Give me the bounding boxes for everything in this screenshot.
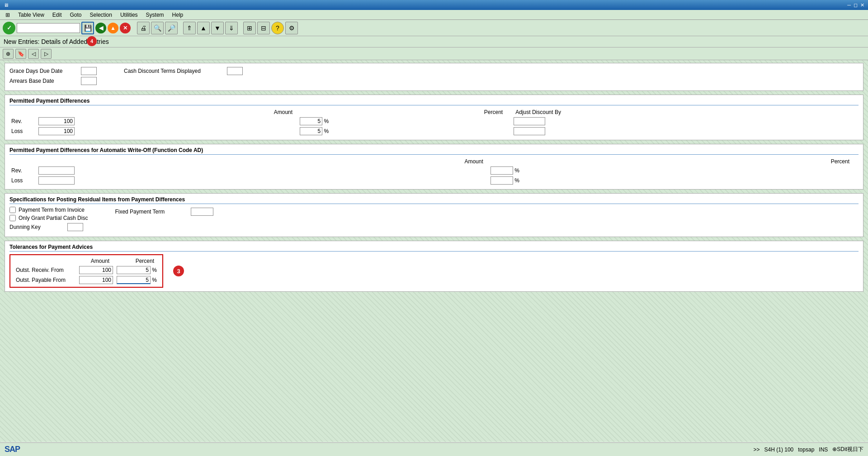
page-down-button[interactable]: ▼ bbox=[211, 22, 224, 34]
fixed-payment-row: Fixed Payment Term bbox=[115, 208, 213, 216]
outst-pay-row: Outst. Payable From % bbox=[14, 275, 159, 285]
sec-btn-1[interactable]: ⊕ bbox=[3, 49, 14, 59]
top-fields-section: Grace Days Due Date Arrears Base Date Ca… bbox=[5, 63, 863, 91]
restore-btn[interactable]: ◻ bbox=[854, 2, 858, 8]
menu-edit[interactable]: Edit bbox=[49, 11, 66, 19]
dunning-key-label: Dunning Key bbox=[9, 224, 64, 230]
outst-pay-amount-input[interactable] bbox=[79, 276, 113, 284]
payment-term-row: Payment Term from Invoice bbox=[9, 207, 88, 213]
select-button[interactable]: ⊟ bbox=[257, 22, 270, 34]
status-bar: SAP >> S4H (1) 100 topsap INS ⊕SDit视日下 bbox=[0, 442, 868, 456]
outst-recv-label: Outst. Receiv. From bbox=[14, 265, 77, 275]
find-button[interactable]: 🔍 bbox=[151, 22, 164, 34]
menu-tableview[interactable]: Table View bbox=[14, 11, 48, 19]
minimize-btn[interactable]: ─ bbox=[847, 2, 851, 8]
cash-discount-label: Cash Discount Terms Displayed bbox=[124, 68, 223, 74]
help-button[interactable]: ? bbox=[271, 22, 284, 34]
auto-loss-pct-symbol: % bbox=[513, 177, 519, 184]
page-up-button[interactable]: ▲ bbox=[197, 22, 210, 34]
system-info: S4H (1) 100 bbox=[764, 446, 794, 453]
posting-residual-section: Specifications for Posting Residual Item… bbox=[5, 193, 863, 237]
last-button[interactable]: ⇓ bbox=[225, 22, 238, 34]
auto-amount-header: Amount bbox=[37, 157, 489, 166]
sec-btn-4[interactable]: ▷ bbox=[41, 49, 52, 59]
status-bar-right: >> S4H (1) 100 topsap INS ⊕SDit视日下 bbox=[754, 446, 863, 453]
menu-utilities[interactable]: Utilities bbox=[117, 11, 142, 19]
auto-writeoff-section: Permitted Payment Differences for Automa… bbox=[5, 144, 863, 190]
menu-selection[interactable]: Selection bbox=[86, 11, 116, 19]
settings-button[interactable]: ⚙ bbox=[285, 22, 298, 34]
menu-icon[interactable]: ⊞ bbox=[2, 11, 14, 19]
grace-days-row: Grace Days Due Date bbox=[9, 67, 97, 75]
print-button[interactable]: 🖨 bbox=[137, 22, 150, 34]
confirm-button[interactable]: ✓ bbox=[3, 22, 15, 34]
title-bar-controls[interactable]: ─ ◻ ✕ bbox=[847, 2, 864, 8]
permitted-payment-diff-section: Permitted Payment Differences Amount Per… bbox=[5, 95, 863, 140]
up-button[interactable]: ▲ bbox=[108, 23, 118, 33]
loss-percent-input[interactable] bbox=[300, 127, 322, 135]
fixed-payment-input[interactable] bbox=[191, 208, 213, 216]
loss-amount-input[interactable] bbox=[38, 127, 75, 135]
loss-row: Loss % bbox=[9, 126, 859, 136]
cash-discount-input[interactable] bbox=[227, 67, 243, 75]
badge-4: 4 bbox=[87, 36, 97, 46]
rev-adjust-input[interactable] bbox=[514, 117, 545, 125]
arrears-base-label: Arrears Base Date bbox=[9, 78, 77, 84]
rev-percent-input[interactable] bbox=[300, 117, 322, 125]
first-button[interactable]: ⇑ bbox=[183, 22, 196, 34]
menu-bar: ⊞ Table View Edit Goto Selection Utiliti… bbox=[0, 10, 868, 20]
cancel-button[interactable]: ✕ bbox=[120, 23, 131, 33]
user-info: topsap bbox=[798, 446, 814, 453]
close-btn[interactable]: ✕ bbox=[860, 2, 864, 8]
menu-help[interactable]: Help bbox=[169, 11, 187, 19]
adjust-header: Adjust Discount By bbox=[512, 108, 859, 116]
sec-btn-2[interactable]: 🔖 bbox=[15, 49, 26, 59]
permitted-payment-diff-header: Permitted Payment Differences bbox=[9, 98, 859, 105]
arrears-base-input[interactable] bbox=[81, 77, 97, 85]
tolerances-header: Tolerances for Payment Advices bbox=[9, 244, 859, 252]
loss-pct-symbol: % bbox=[322, 128, 329, 134]
extra-icons: ⊕SDit视日下 bbox=[832, 446, 863, 453]
menu-system[interactable]: System bbox=[142, 11, 168, 19]
menu-goto[interactable]: Goto bbox=[66, 11, 85, 19]
command-input[interactable] bbox=[17, 23, 80, 33]
outst-pay-label: Outst. Payable From bbox=[14, 275, 77, 285]
auto-writeoff-header: Permitted Payment Differences for Automa… bbox=[9, 147, 859, 155]
auto-loss-amount-input[interactable] bbox=[38, 176, 75, 185]
payment-term-checkbox[interactable] bbox=[9, 207, 16, 213]
toolbar: ✓ 4 💾 ◀ ▲ ✕ 🖨 🔍 🔎 ⇑ ▲ ▼ ⇓ ⊞ ⊟ ? ⚙ bbox=[0, 20, 868, 36]
sec-btn-3[interactable]: ◁ bbox=[28, 49, 39, 59]
cash-discount-row: Cash Discount Terms Displayed bbox=[124, 67, 243, 75]
auto-percent-header: Percent bbox=[489, 157, 859, 166]
loss-label: Loss bbox=[9, 126, 37, 136]
outst-recv-percent-input[interactable] bbox=[117, 266, 151, 274]
grace-days-label: Grace Days Due Date bbox=[9, 68, 77, 74]
outst-recv-amount-input[interactable] bbox=[79, 266, 113, 274]
only-grant-row: Only Grant Partial Cash Disc bbox=[9, 215, 88, 221]
auto-rev-amount-input[interactable] bbox=[38, 166, 75, 175]
save-icon: 💾 bbox=[84, 24, 92, 32]
secondary-toolbar: ⊕ 🔖 ◁ ▷ bbox=[0, 48, 868, 60]
arrears-base-row: Arrears Base Date bbox=[9, 77, 97, 85]
rev-amount-input[interactable] bbox=[38, 117, 75, 125]
rev-row: Rev. % bbox=[9, 116, 859, 126]
dunning-key-input[interactable] bbox=[67, 223, 83, 231]
outst-recv-row: Outst. Receiv. From % bbox=[14, 265, 159, 275]
tolerances-table: Amount Percent Outst. Receiv. From % Out… bbox=[14, 257, 159, 285]
ins-mode: INS bbox=[819, 446, 828, 453]
outst-pay-percent-input[interactable] bbox=[117, 276, 151, 284]
outst-pay-pct-symbol: % bbox=[151, 277, 157, 283]
back-button[interactable]: ◀ bbox=[95, 23, 106, 33]
auto-rev-percent-input[interactable] bbox=[491, 166, 513, 175]
expand-button[interactable]: ⊞ bbox=[243, 22, 256, 34]
grace-days-input[interactable] bbox=[81, 67, 97, 75]
only-grant-checkbox[interactable] bbox=[9, 215, 16, 221]
loss-adjust-input[interactable] bbox=[514, 127, 545, 135]
find-next-button[interactable]: 🔎 bbox=[165, 22, 178, 34]
auto-rev-pct-symbol: % bbox=[513, 167, 519, 174]
auto-loss-percent-input[interactable] bbox=[491, 176, 513, 185]
save-button[interactable]: 💾 bbox=[81, 22, 94, 34]
badge-3: 3 bbox=[173, 266, 184, 276]
permitted-diff-table: Amount Percent Adjust Discount By Rev. %… bbox=[9, 108, 859, 136]
sap-logo: SAP bbox=[5, 445, 20, 454]
